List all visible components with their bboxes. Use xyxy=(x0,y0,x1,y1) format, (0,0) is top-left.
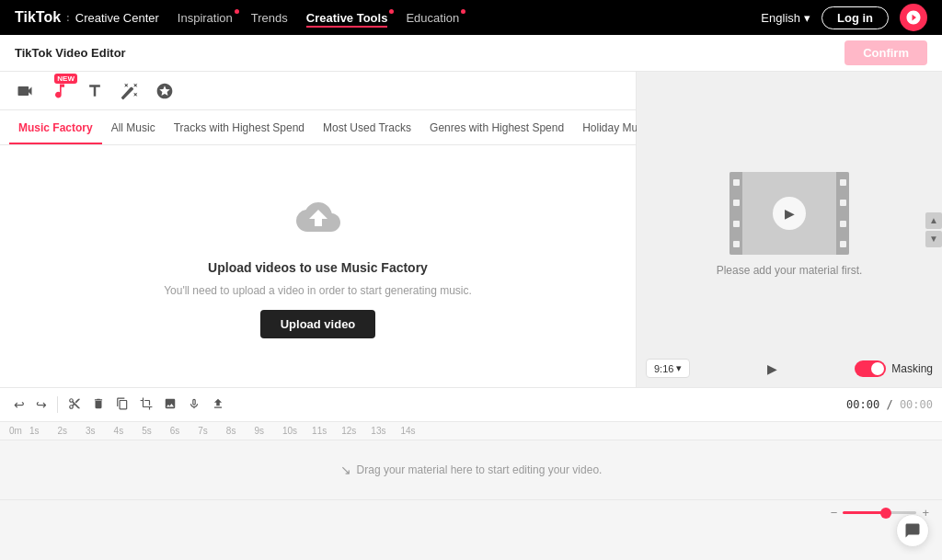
video-preview: ▶ xyxy=(729,172,849,255)
masking-label: Masking xyxy=(891,362,933,375)
nav-trends[interactable]: Trends xyxy=(251,11,288,25)
media-icon-btn[interactable] xyxy=(9,75,40,107)
language-label: English xyxy=(761,11,800,25)
aspect-ratio-button[interactable]: 9:16 ▾ xyxy=(646,359,690,378)
drag-arrow-icon: ↘ xyxy=(340,463,351,477)
play-control-button[interactable]: ▶ xyxy=(767,361,777,376)
masking-control: Masking xyxy=(855,360,933,377)
preview-controls: 9:16 ▾ ▶ Masking xyxy=(637,359,942,378)
language-selector[interactable]: English ▾ xyxy=(761,11,810,25)
logo-separator: : xyxy=(66,12,70,23)
music-icon-btn[interactable]: NEW xyxy=(44,75,75,107)
nav-education[interactable]: Education xyxy=(406,11,459,25)
delete-button[interactable] xyxy=(87,394,109,417)
nav-left: TikTok : Creative Center Inspiration Tre… xyxy=(15,9,459,26)
upload-title: Upload videos to use Music Factory xyxy=(208,260,428,275)
timeline-section: ↩ ↪ 00:00 / 00:00 0m xyxy=(0,387,942,525)
preview-area: ▶ Please add your material first. xyxy=(637,90,942,359)
tab-music-factory[interactable]: Music Factory xyxy=(9,110,102,144)
tab-highest-spend[interactable]: Tracks with Highest Spend xyxy=(165,110,314,144)
nav-active-underline xyxy=(306,26,388,28)
upload-area: Upload videos to use Music Factory You'l… xyxy=(0,145,636,387)
main-area: NEW Music Factory All Music Tracks with … xyxy=(0,72,942,387)
page-title: TikTok Video Editor xyxy=(15,46,126,60)
timeline-ruler: 0m 1s 2s 3s 4s 5s 6s 7s 8s 9s 10s 11s 12… xyxy=(0,422,942,440)
undo-button[interactable]: ↩ xyxy=(9,394,29,416)
ruler-marks: 0m 1s 2s 3s 4s 5s 6s 7s 8s 9s 10s 11s 12… xyxy=(9,426,933,436)
cut-button[interactable] xyxy=(63,394,86,417)
tiktok-logo[interactable]: TikTok : Creative Center xyxy=(15,9,159,26)
zoom-bar: − + xyxy=(0,499,942,525)
logo-brand: TikTok xyxy=(15,9,61,26)
tab-most-used[interactable]: Most Used Tracks xyxy=(314,110,420,144)
current-time: 00:00 xyxy=(846,398,879,411)
voice-button[interactable] xyxy=(183,394,205,417)
text-icon-btn[interactable] xyxy=(79,75,110,107)
logo-center: Creative Center xyxy=(75,11,159,25)
film-strip-right xyxy=(836,172,849,255)
nav-dot-education xyxy=(461,9,465,14)
scroll-up-arrow[interactable]: ▲ xyxy=(925,212,942,229)
preview-label: Please add your material first. xyxy=(717,264,863,277)
zoom-slider[interactable] xyxy=(843,511,916,514)
bottom-toolbar: ↩ ↪ 00:00 / 00:00 xyxy=(0,387,942,422)
crop-button[interactable] xyxy=(135,394,157,417)
timeline-body[interactable]: ↘ Drag your material here to start editi… xyxy=(0,440,942,499)
sticker-icon-btn[interactable] xyxy=(149,75,180,107)
panel-toolbar: NEW xyxy=(0,72,636,110)
tab-all-music[interactable]: All Music xyxy=(102,110,165,144)
zoom-minus-button[interactable]: − xyxy=(831,506,838,520)
total-time: 00:00 xyxy=(900,398,933,411)
duplicate-button[interactable] xyxy=(111,394,133,417)
login-button[interactable]: Log in xyxy=(821,6,889,29)
top-nav: TikTok : Creative Center Inspiration Tre… xyxy=(0,0,942,35)
chat-button[interactable] xyxy=(896,514,929,547)
upload-icon xyxy=(296,195,340,247)
film-strip-left xyxy=(729,172,742,255)
drag-hint: ↘ Drag your material here to start editi… xyxy=(340,463,603,477)
redo-button[interactable]: ↪ xyxy=(31,394,52,416)
left-panel: NEW Music Factory All Music Tracks with … xyxy=(0,72,637,387)
right-panel: ▲ ▼ ▶ Please add your material f xyxy=(637,72,942,387)
export-button[interactable] xyxy=(207,394,229,417)
drag-hint-text: Drag your material here to start editing… xyxy=(357,463,603,476)
chevron-down-icon: ▾ xyxy=(804,11,810,25)
play-overlay-icon[interactable]: ▶ xyxy=(773,197,806,230)
masking-toggle[interactable] xyxy=(855,360,886,377)
nav-dot-inspiration xyxy=(235,9,239,14)
nav-creative-tools[interactable]: Creative Tools xyxy=(306,11,388,25)
nav-links: Inspiration Trends Creative Tools Educat… xyxy=(178,11,459,25)
nav-right: English ▾ Log in xyxy=(761,4,927,31)
toolbar-separator xyxy=(57,396,58,413)
avatar[interactable] xyxy=(900,4,927,31)
effects-icon-btn[interactable] xyxy=(114,75,145,107)
scroll-down-arrow[interactable]: ▼ xyxy=(925,231,942,247)
nav-inspiration[interactable]: Inspiration xyxy=(178,11,233,25)
upload-subtitle: You'll need to upload a video in order t… xyxy=(164,284,472,297)
time-display: 00:00 / 00:00 xyxy=(846,398,933,411)
content-tabs: Music Factory All Music Tracks with High… xyxy=(0,110,636,145)
confirm-button[interactable]: Confirm xyxy=(844,40,927,65)
tab-genres[interactable]: Genres with Highest Spend xyxy=(420,110,573,144)
nav-dot-creative-tools xyxy=(389,9,394,14)
toggle-knob xyxy=(871,362,884,375)
subheader: TikTok Video Editor Confirm xyxy=(0,35,942,72)
upload-video-button[interactable]: Upload video xyxy=(260,310,376,338)
new-badge: NEW xyxy=(54,74,77,85)
scroll-controls: ▲ ▼ xyxy=(925,212,942,247)
chevron-down-icon: ▾ xyxy=(676,362,682,374)
image-button[interactable] xyxy=(159,394,181,417)
